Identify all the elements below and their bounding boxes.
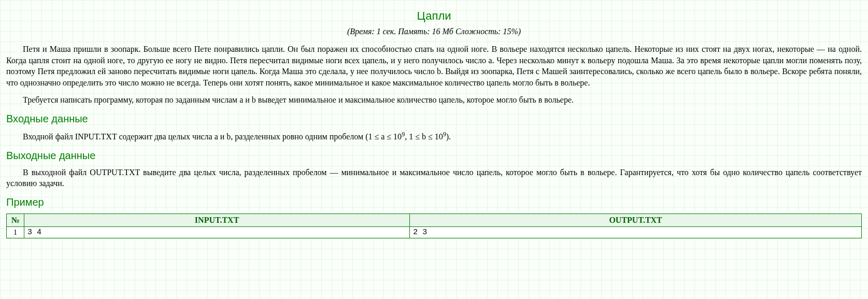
table-row: 1 3 4 2 3 [7,227,862,238]
problem-meta: (Время: 1 сек. Память: 16 Мб Сложность: … [6,27,862,36]
col-input: INPUT.TXT [24,214,410,227]
example-heading: Пример [6,196,862,208]
col-output: OUTPUT.TXT [410,214,862,227]
table-header-row: № INPUT.TXT OUTPUT.TXT [7,214,862,227]
input-heading: Входные данные [6,113,862,125]
input-text-post: ). [446,132,451,141]
input-description: Входной файл INPUT.TXT содержит два целы… [6,130,862,143]
example-table: № INPUT.TXT OUTPUT.TXT 1 3 4 2 3 [6,213,862,238]
col-number: № [7,214,24,227]
output-heading: Выходные данные [6,150,862,162]
statement-paragraph-2: Требуется написать программу, которая по… [6,94,862,106]
cell-input: 3 4 [24,227,410,238]
problem-title: Цапли [6,9,862,23]
input-text-pre: Входной файл INPUT.TXT содержит два целы… [23,132,402,141]
statement-paragraph-1: Петя и Маша пришли в зоопарк. Больше все… [6,44,862,88]
cell-number: 1 [7,227,24,238]
input-text-mid: , 1 ≤ b ≤ 10 [405,132,443,141]
cell-output: 2 3 [410,227,862,238]
output-description: В выходной файл OUTPUT.TXT выведите два … [6,167,862,189]
problem-statement: Цапли (Время: 1 сек. Память: 16 Мб Сложн… [0,0,868,243]
